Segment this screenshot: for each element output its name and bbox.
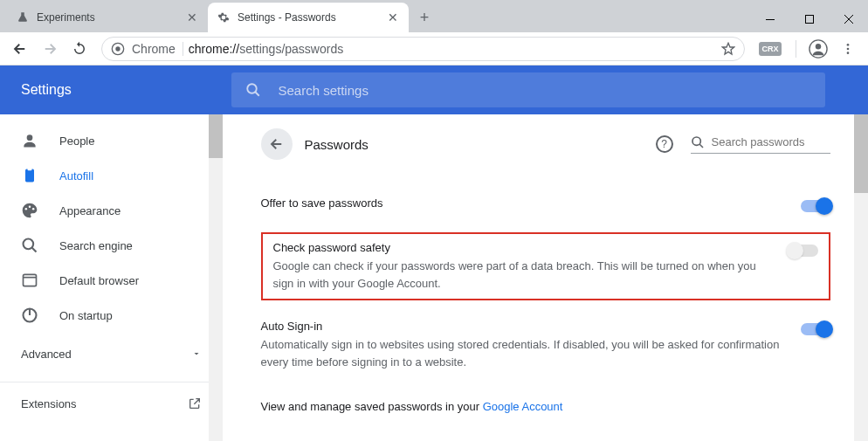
svg-rect-0	[766, 19, 775, 20]
settings-header: Settings	[0, 65, 868, 114]
setting-offer-save-passwords: Offer to save passwords	[261, 184, 830, 225]
sidebar-item-autofill[interactable]: Autofill	[0, 158, 223, 193]
highlighted-setting-box: Check password safety Google can check i…	[261, 232, 830, 300]
browser-titlebar: Experiments ✕ Settings - Passwords ✕ +	[0, 0, 868, 32]
sidebar-item-people[interactable]: People	[0, 123, 223, 158]
bookmark-star-icon[interactable]	[721, 42, 735, 56]
reload-button[interactable]	[66, 36, 93, 62]
setting-title: Offer to save passwords	[261, 196, 780, 210]
sidebar-item-label: Autofill	[59, 169, 93, 183]
svg-point-8	[847, 52, 850, 54]
chevron-down-icon	[191, 348, 202, 359]
power-icon	[21, 307, 38, 324]
crx-extension-badge[interactable]: CRX	[759, 42, 782, 56]
link-prefix: View and manage saved passwords in your	[261, 400, 483, 413]
close-icon[interactable]: ✕	[185, 10, 199, 24]
settings-content: People Autofill Appearance Search engine…	[0, 114, 868, 441]
sidebar-scrollbar-thumb[interactable]	[209, 114, 223, 158]
menu-button[interactable]	[835, 36, 861, 62]
setting-description: Google can check if your passwords were …	[273, 258, 768, 292]
svg-point-19	[692, 137, 700, 145]
gear-icon	[217, 10, 231, 24]
sidebar-item-label: Appearance	[59, 204, 121, 217]
maximize-button[interactable]	[789, 6, 829, 32]
sidebar-nav: People Autofill Appearance Search engine…	[0, 114, 223, 333]
tab-title: Experiments	[37, 11, 185, 24]
tab-strip: Experiments ✕ Settings - Passwords ✕ +	[0, 3, 750, 32]
search-icon	[691, 135, 705, 149]
forward-button[interactable]	[37, 36, 63, 62]
chrome-icon	[111, 42, 125, 56]
svg-point-6	[847, 44, 850, 46]
page-header: Passwords ?	[261, 128, 830, 160]
settings-sidebar: People Autofill Appearance Search engine…	[0, 114, 223, 441]
svg-point-13	[25, 208, 28, 210]
sidebar-advanced[interactable]: Advanced	[0, 333, 223, 375]
sidebar-item-label: Default browser	[59, 274, 139, 287]
settings-search-input[interactable]	[279, 83, 811, 98]
svg-point-15	[32, 208, 35, 210]
sidebar-item-search-engine[interactable]: Search engine	[0, 228, 223, 263]
tab-experiments[interactable]: Experiments ✕	[7, 3, 208, 32]
clipboard-icon	[21, 167, 38, 184]
sidebar-item-on-startup[interactable]: On startup	[0, 298, 223, 333]
sidebar-item-label: People	[59, 134, 94, 148]
sidebar-item-default-browser[interactable]: Default browser	[0, 263, 223, 298]
settings-main: Passwords ? Offer to save passwords Chec…	[223, 114, 868, 441]
search-icon	[21, 237, 38, 254]
url-origin-label: Chrome	[132, 42, 183, 56]
svg-point-10	[27, 134, 33, 141]
tab-settings-passwords[interactable]: Settings - Passwords ✕	[208, 3, 409, 32]
svg-point-16	[24, 239, 34, 250]
settings-search-container	[223, 72, 868, 107]
svg-point-9	[247, 84, 257, 93]
toggle-offer-save-passwords[interactable]	[801, 200, 830, 212]
sidebar-item-label: Search engine	[59, 239, 133, 252]
address-bar[interactable]: Chrome chrome://settings/passwords	[101, 37, 745, 61]
setting-auto-signin: Auto Sign-in Automatically sign in to we…	[261, 307, 830, 382]
sidebar-extensions[interactable]: Extensions	[0, 382, 223, 424]
svg-point-3	[115, 46, 120, 51]
setting-check-password-safety: Check password safety Google can check i…	[273, 241, 818, 292]
page-back-button[interactable]	[261, 128, 293, 160]
setting-title: Check password safety	[273, 241, 768, 254]
svg-point-5	[816, 44, 821, 49]
new-tab-button[interactable]: +	[412, 5, 437, 30]
toggle-check-password-safety	[789, 245, 818, 257]
url-path: settings/passwords	[239, 42, 343, 56]
close-icon[interactable]: ✕	[386, 10, 400, 24]
sidebar-item-label: On startup	[59, 309, 113, 322]
extensions-label: Extensions	[21, 397, 77, 410]
back-button[interactable]	[7, 36, 33, 62]
sidebar-item-appearance[interactable]: Appearance	[0, 193, 223, 228]
palette-icon	[21, 202, 38, 219]
window-controls	[750, 6, 868, 32]
browser-toolbar: Chrome chrome://settings/passwords CRX	[0, 32, 868, 65]
url-scheme: chrome://	[189, 42, 239, 56]
manage-passwords-link-row: View and manage saved passwords in your …	[261, 382, 830, 431]
help-button[interactable]: ?	[656, 135, 673, 153]
svg-point-7	[847, 47, 850, 50]
browser-icon	[21, 272, 38, 289]
google-account-link[interactable]: Google Account	[483, 400, 563, 413]
settings-heading: Settings	[0, 82, 223, 98]
profile-button[interactable]	[805, 36, 831, 62]
toolbar-divider	[796, 40, 796, 58]
page-title: Passwords	[305, 137, 656, 152]
sidebar-scrollbar-track	[209, 114, 223, 441]
external-link-icon	[188, 396, 202, 410]
person-icon	[21, 132, 38, 149]
settings-search-box[interactable]	[231, 72, 825, 107]
minimize-button[interactable]	[750, 6, 789, 32]
svg-rect-12	[28, 168, 32, 170]
password-search[interactable]	[691, 135, 830, 154]
flask-icon	[16, 10, 30, 24]
close-window-button[interactable]	[829, 6, 868, 32]
main-scrollbar-thumb[interactable]	[854, 114, 868, 193]
search-icon	[245, 82, 261, 98]
toggle-auto-signin[interactable]	[801, 323, 830, 335]
advanced-label: Advanced	[21, 348, 72, 361]
password-search-input[interactable]	[712, 135, 858, 148]
svg-point-14	[29, 206, 31, 209]
tab-title: Settings - Passwords	[238, 11, 386, 24]
